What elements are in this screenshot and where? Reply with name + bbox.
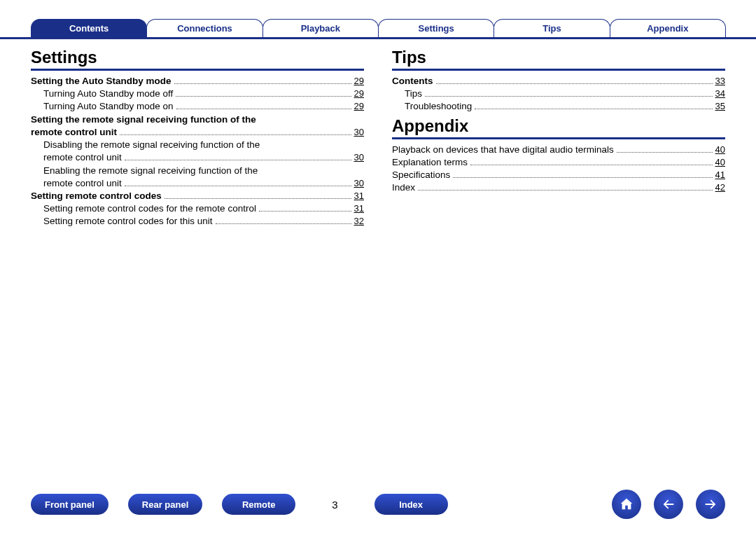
- toc-label: Turning Auto Standby mode on: [43, 100, 174, 113]
- toc-row[interactable]: Setting remote control codes for this un…: [31, 215, 364, 228]
- toc-row[interactable]: Disabling the remote signal receiving fu…: [31, 139, 364, 164]
- toc-page[interactable]: 35: [715, 100, 725, 113]
- toc-row[interactable]: Turning Auto Standby mode on29: [31, 100, 364, 113]
- toc-label: Contents: [392, 75, 433, 88]
- toc-page[interactable]: 29: [354, 75, 364, 88]
- toc-dots: [164, 198, 351, 199]
- tab-appendix[interactable]: Appendix: [610, 19, 726, 37]
- toc-page[interactable]: 42: [715, 181, 725, 194]
- tab-contents[interactable]: Contents: [31, 19, 147, 37]
- toc-page[interactable]: 31: [354, 190, 364, 202]
- toc-dots: [125, 186, 351, 186]
- toc-dots: [418, 190, 713, 191]
- toc-dots: [436, 83, 713, 84]
- toc-dots: [259, 211, 351, 212]
- toc-label: Specifications: [392, 169, 450, 181]
- tab-settings[interactable]: Settings: [378, 19, 494, 37]
- toc-dots: [425, 96, 713, 97]
- toc-label: Enabling the remote signal receiving fun…: [43, 165, 364, 177]
- footer: Front panel Rear panel Remote 3 Index: [0, 490, 756, 519]
- toc-row[interactable]: Tips34: [392, 88, 725, 100]
- toc-page[interactable]: 40: [715, 144, 725, 156]
- toc-row[interactable]: remote control unit30: [31, 126, 364, 139]
- toc-dots: [617, 152, 713, 153]
- toc-row[interactable]: Enabling the remote signal receiving fun…: [31, 165, 364, 190]
- toc-page[interactable]: 29: [354, 100, 364, 113]
- toc-label: Setting the remote signal receiving func…: [31, 113, 364, 126]
- page-number: 3: [315, 499, 354, 511]
- toc-label: remote control unit: [43, 151, 122, 164]
- prev-button[interactable]: [654, 490, 683, 519]
- content-area: Settings Setting the Auto Standby mode29…: [0, 39, 756, 228]
- toc-label: Explanation terms: [392, 156, 468, 169]
- toc-page[interactable]: 30: [354, 126, 364, 139]
- section-heading-settings: Settings: [31, 48, 364, 71]
- toc-dots: [176, 96, 351, 97]
- toc-right: Contents33Tips34Troubleshooting35: [392, 75, 725, 113]
- left-column: Settings Setting the Auto Standby mode29…: [31, 45, 364, 228]
- toc-row[interactable]: remote control unit30: [43, 177, 364, 190]
- toc-right: Playback on devices that have digital au…: [392, 144, 725, 195]
- toc-row[interactable]: Setting the remote signal receiving func…: [31, 113, 364, 139]
- toc-row[interactable]: Explanation terms40: [392, 156, 725, 169]
- toc-row[interactable]: Playback on devices that have digital au…: [392, 144, 725, 156]
- arrow-left-icon: [661, 497, 676, 512]
- footer-right: [612, 490, 725, 519]
- toc-page[interactable]: 32: [354, 215, 364, 228]
- toc-page[interactable]: 33: [715, 75, 725, 88]
- tab-playback[interactable]: Playback: [262, 19, 379, 37]
- toc-label: Setting the Auto Standby mode: [31, 75, 172, 88]
- toc-row[interactable]: Setting the Auto Standby mode29: [31, 75, 364, 88]
- toc-row[interactable]: Setting remote control codes31: [31, 190, 364, 202]
- toc-label: Turning Auto Standby mode off: [43, 88, 173, 100]
- tab-tips[interactable]: Tips: [493, 19, 610, 37]
- toc-page[interactable]: 40: [715, 156, 725, 169]
- section-heading-tips: Tips: [392, 48, 725, 71]
- toc-dots: [176, 109, 351, 109]
- toc-dots: [453, 177, 712, 178]
- toc-label: Playback on devices that have digital au…: [392, 144, 614, 156]
- toc-dots: [475, 109, 712, 109]
- toc-page[interactable]: 30: [354, 151, 364, 164]
- toc-page[interactable]: 31: [354, 202, 364, 215]
- section-heading-appendix: Appendix: [392, 116, 725, 139]
- toc-label: remote control unit: [43, 177, 122, 190]
- toc-label: Tips: [405, 88, 422, 100]
- toc-label: Disabling the remote signal receiving fu…: [43, 139, 364, 151]
- toc-row[interactable]: Setting remote control codes for the rem…: [31, 202, 364, 215]
- remote-button[interactable]: Remote: [222, 494, 295, 515]
- toc-label: Troubleshooting: [405, 100, 472, 113]
- toc-label: Index: [392, 181, 415, 194]
- toc-dots: [120, 134, 351, 135]
- toc-row[interactable]: Troubleshooting35: [392, 100, 725, 113]
- toc-page[interactable]: 30: [354, 177, 364, 190]
- toc-dots: [470, 165, 712, 165]
- footer-left: Front panel Rear panel Remote 3 Index: [31, 494, 448, 515]
- toc-left: Setting the Auto Standby mode29Turning A…: [31, 75, 364, 228]
- front-panel-button[interactable]: Front panel: [31, 494, 108, 515]
- rear-panel-button[interactable]: Rear panel: [128, 494, 202, 515]
- tab-connections[interactable]: Connections: [146, 19, 262, 37]
- arrow-right-icon: [703, 497, 718, 512]
- toc-page[interactable]: 34: [715, 88, 725, 100]
- toc-label: remote control unit: [31, 126, 117, 139]
- toc-row[interactable]: Turning Auto Standby mode off29: [31, 88, 364, 100]
- toc-row[interactable]: remote control unit30: [43, 151, 364, 164]
- toc-label: Setting remote control codes for the rem…: [43, 202, 256, 215]
- right-column: TipsContents33Tips34Troubleshooting35App…: [392, 45, 725, 228]
- toc-row[interactable]: Specifications41: [392, 169, 725, 181]
- toc-row[interactable]: Contents33: [392, 75, 725, 88]
- toc-dots: [174, 83, 351, 84]
- toc-dots: [216, 223, 351, 224]
- toc-label: Setting remote control codes for this un…: [43, 215, 213, 228]
- toc-label: Setting remote control codes: [31, 190, 162, 202]
- top-tabs: ContentsConnectionsPlaybackSettingsTipsA…: [0, 0, 756, 39]
- toc-page[interactable]: 29: [354, 88, 364, 100]
- index-button[interactable]: Index: [374, 494, 448, 515]
- toc-row[interactable]: Index42: [392, 181, 725, 194]
- home-icon: [619, 497, 634, 512]
- next-button[interactable]: [696, 490, 725, 519]
- toc-page[interactable]: 41: [715, 169, 725, 181]
- home-button[interactable]: [612, 490, 641, 519]
- toc-dots: [125, 160, 351, 160]
